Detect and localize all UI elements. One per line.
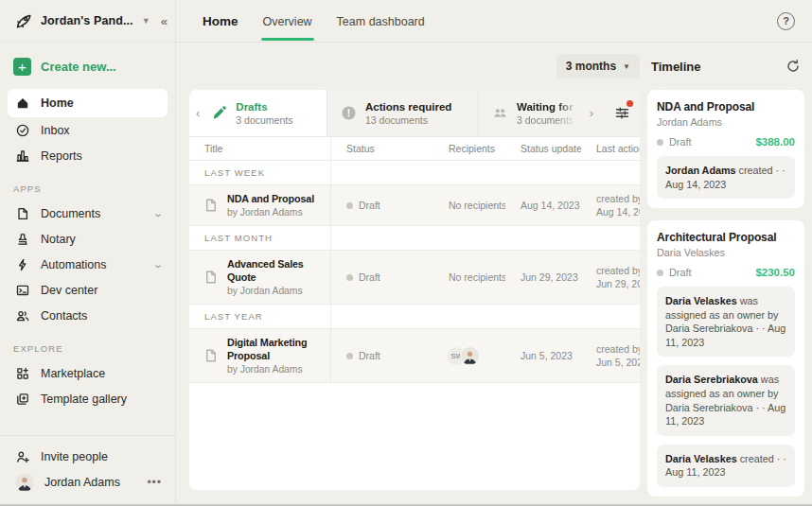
inbox-icon xyxy=(15,123,30,138)
page-title: Home xyxy=(203,14,238,28)
sidebar-item-label: Marketplace xyxy=(41,367,105,380)
timeline-card[interactable]: Architectural ProposalDaria VelaskesDraf… xyxy=(647,220,804,497)
sidebar-item-home[interactable]: Home xyxy=(8,89,168,117)
workspace-switcher[interactable]: Jordan's Pand... ▼ « xyxy=(0,0,175,43)
document-title: Digital Marketing Proposal xyxy=(227,337,325,362)
sidebar-item-contacts[interactable]: Contacts xyxy=(8,303,168,328)
sidebar-item-reports[interactable]: Reports xyxy=(8,143,168,168)
sidebar-item-marketplace[interactable]: Marketplace xyxy=(8,360,168,386)
filter-button[interactable] xyxy=(604,90,640,136)
sidebar-footer: Invite peopleJordan Adams••• xyxy=(0,435,175,500)
document-title-cell: Digital Marketing Proposalby Jordan Adam… xyxy=(189,329,331,382)
summary-card-waiting-for-oth[interactable]: Waiting for oth3 documents› xyxy=(479,90,604,136)
summary-card-count: 3 documents xyxy=(236,114,292,126)
sidebar-item-notary[interactable]: Notary xyxy=(8,226,168,252)
summary-card-drafts[interactable]: ‹Drafts3 documents xyxy=(189,90,327,136)
notification-dot xyxy=(627,100,633,107)
refresh-icon[interactable] xyxy=(786,59,801,74)
tab-overview[interactable]: Overview xyxy=(263,2,312,41)
summary-cards-row: ‹Drafts3 documentsActions required13 doc… xyxy=(189,90,640,137)
sidebar-section-title: EXPLORE xyxy=(13,343,162,354)
status-dot xyxy=(346,202,353,209)
summary-card-count: 3 documents xyxy=(517,114,578,126)
sidebar-item-label: Jordan Adams xyxy=(44,476,120,489)
document-owner: by Jordan Adams xyxy=(227,286,325,296)
sidebar-item-documents[interactable]: Documents⌄ xyxy=(8,201,168,226)
column-header-recipients: Recipients xyxy=(433,143,505,154)
sidebar-section-title: APPS xyxy=(13,183,162,194)
table-row[interactable]: NDA and Proposalby Jordan AdamsDraftNo r… xyxy=(189,184,640,226)
column-header-last-action: Last action xyxy=(581,143,640,154)
more-options-icon[interactable]: ••• xyxy=(147,476,162,489)
devcenter-icon xyxy=(15,283,30,298)
recipients-cell: No recipients xyxy=(433,200,505,211)
chevron-left-icon[interactable]: ‹ xyxy=(193,106,203,120)
timeline-status-row: Draft$230.50 xyxy=(657,267,795,278)
sidebar-item-label: Template gallery xyxy=(41,393,127,406)
timeline-column: Timeline NDA and ProposalJordan AdamsDra… xyxy=(647,43,804,504)
event-actor: Daria Velaskes xyxy=(665,453,737,464)
sidebar-spacer xyxy=(0,411,175,435)
sidebar-item-template-gallery[interactable]: Template gallery xyxy=(8,386,168,411)
summary-card-actions-required[interactable]: Actions required13 documents xyxy=(327,90,479,136)
table-group-spacer xyxy=(331,161,640,184)
timeline-event: Daria Velaskes created · · Aug 11, 2023 xyxy=(657,445,795,487)
create-new-button[interactable]: + Create new... xyxy=(13,58,162,76)
sidebar-primary-nav: HomeInboxReports xyxy=(0,89,175,168)
period-filter-dropdown[interactable]: 3 months ▼ xyxy=(556,54,640,79)
document-title: Advanced Sales Quote xyxy=(227,258,325,284)
sidebar-section-items: Documents⌄NotaryAutomations⌄Dev centerCo… xyxy=(0,201,175,328)
chevron-down-icon[interactable]: ⌄ xyxy=(152,208,164,218)
documents-column: 3 months ▼ ‹Drafts3 documentsActions req… xyxy=(189,43,640,504)
top-navigation-bar: Home OverviewTeam dashboard ? xyxy=(176,0,812,43)
status-cell: Draft xyxy=(331,200,433,211)
table-row[interactable]: Digital Marketing Proposalby Jordan Adam… xyxy=(189,328,640,383)
collapse-sidebar-button[interactable]: « xyxy=(161,14,166,28)
timeline-event: Daria Velaskes was assigned as an owner … xyxy=(657,287,795,357)
table-group-row: LAST MONTH xyxy=(189,226,640,250)
content-area: 3 months ▼ ‹Drafts3 documentsActions req… xyxy=(176,43,812,504)
rocket-logo-icon xyxy=(13,10,34,31)
reports-icon xyxy=(15,148,30,164)
sidebar-item-label: Notary xyxy=(41,233,76,246)
document-amount: $388.00 xyxy=(755,136,795,148)
summary-card-text: Drafts3 documents xyxy=(236,101,292,126)
summary-card-label: Drafts xyxy=(236,101,292,113)
document-title-block: Advanced Sales Quoteby Jordan Adams xyxy=(227,258,325,296)
table-group-label: LAST MONTH xyxy=(189,226,331,250)
status-label: Draft xyxy=(359,271,380,283)
document-icon xyxy=(203,269,220,286)
sidebar-item-dev-center[interactable]: Dev center xyxy=(8,277,168,303)
recipients-avatars: SW xyxy=(433,346,505,366)
event-actor: Daria Serebriakova xyxy=(665,374,758,385)
chevron-right-icon[interactable]: › xyxy=(587,106,596,120)
sidebar-item-inbox[interactable]: Inbox xyxy=(8,117,168,143)
help-icon[interactable]: ? xyxy=(777,12,795,30)
chevron-down-icon[interactable]: ⌄ xyxy=(152,259,164,270)
status-cell: Draft xyxy=(331,271,433,283)
table-group-row: LAST WEEK xyxy=(189,161,640,184)
sidebar-item-automations[interactable]: Automations⌄ xyxy=(8,252,168,277)
status-updated-cell: Jun 29, 2023 xyxy=(505,271,581,283)
status-dot xyxy=(657,139,663,146)
sidebar-item-invite-people[interactable]: Invite people xyxy=(8,444,168,469)
sidebar-item-label: Contacts xyxy=(41,309,87,323)
table-row[interactable]: Advanced Sales Quoteby Jordan AdamsDraft… xyxy=(189,250,640,305)
event-actor: Daria Velaskes xyxy=(665,295,737,306)
app-window: Jordan's Pand... ▼ « + Create new... Hom… xyxy=(0,0,812,504)
summary-card-text: Waiting for oth3 documents xyxy=(517,101,578,126)
timeline-card[interactable]: NDA and ProposalJordan AdamsDraft$388.00… xyxy=(647,90,804,208)
documents-icon xyxy=(15,206,30,221)
documents-toolbar: 3 months ▼ xyxy=(189,43,640,90)
timeline-card-owner: Daria Velaskes xyxy=(657,247,795,258)
sidebar-item-label: Home xyxy=(41,96,74,110)
automations-icon xyxy=(15,257,30,272)
sidebar: Jordan's Pand... ▼ « + Create new... Hom… xyxy=(0,0,176,504)
period-filter-value: 3 months xyxy=(566,60,616,73)
tab-team-dashboard[interactable]: Team dashboard xyxy=(337,2,425,41)
main-region: Home OverviewTeam dashboard ? 3 months ▼… xyxy=(176,0,812,504)
status-cell: Draft xyxy=(331,350,433,361)
sidebar-item-jordan-adams[interactable]: Jordan Adams••• xyxy=(8,469,168,495)
summary-card-label: Waiting for oth xyxy=(517,101,578,113)
sidebar-item-label: Invite people xyxy=(41,450,108,463)
